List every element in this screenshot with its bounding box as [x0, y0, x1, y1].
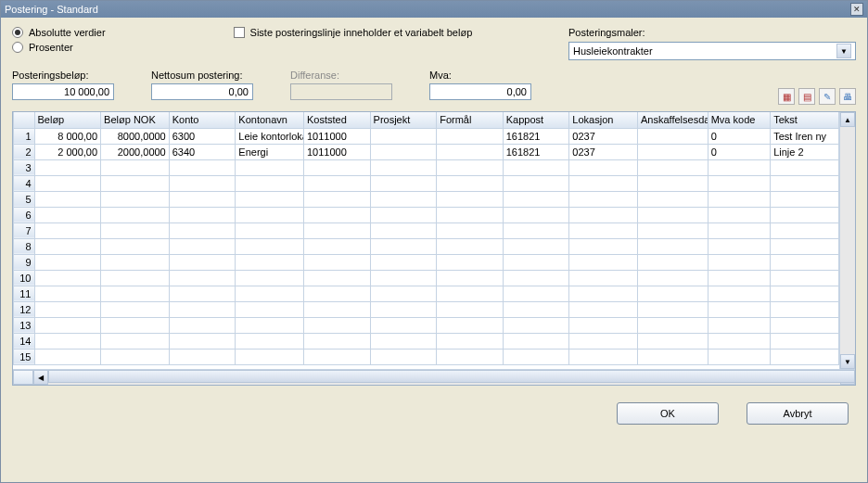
cell-lokasjon[interactable] — [569, 254, 638, 270]
cell-formal[interactable] — [437, 159, 504, 175]
cell-belop[interactable] — [34, 286, 101, 301]
cell-lokasjon[interactable] — [569, 317, 638, 333]
cell-konto[interactable] — [169, 301, 236, 317]
cell-tekst[interactable] — [771, 333, 839, 349]
cell-prosjekt[interactable] — [370, 191, 437, 207]
cell-mva[interactable] — [708, 207, 771, 222]
checkbox-variable-last-line[interactable]: Siste posteringslinje inneholder et vari… — [234, 27, 473, 38]
cell-beloknok[interactable] — [101, 270, 170, 286]
cell-belop[interactable] — [34, 301, 101, 317]
cell-koststed[interactable]: 1011000 — [303, 128, 370, 144]
cell-belop[interactable]: 8 000,00 — [34, 128, 101, 144]
table-row[interactable]: 13 — [14, 317, 839, 333]
cell-mva[interactable] — [708, 286, 771, 301]
cell-ansk[interactable] — [637, 333, 708, 349]
cell-konto[interactable] — [169, 159, 236, 175]
cell-kappost[interactable] — [503, 222, 569, 238]
posteringsbelop-input[interactable]: 10 000,00 — [12, 83, 114, 100]
cell-belop[interactable] — [34, 159, 101, 175]
cell-kontonavn[interactable] — [236, 238, 304, 254]
cell-prosjekt[interactable] — [370, 349, 437, 364]
cell-mva[interactable] — [708, 270, 771, 286]
cell-lokasjon[interactable] — [569, 286, 638, 301]
cell-belop[interactable] — [34, 254, 101, 270]
cell-belop[interactable] — [34, 191, 101, 207]
close-icon[interactable]: ✕ — [850, 3, 863, 16]
cell-mva[interactable] — [708, 159, 771, 175]
col-tekst[interactable]: Tekst — [771, 112, 839, 128]
col-kappost[interactable]: Kappost — [503, 112, 569, 128]
cell-mva[interactable] — [708, 333, 771, 349]
cell-kontonavn[interactable] — [236, 270, 304, 286]
cell-formal[interactable] — [437, 222, 504, 238]
cell-kappost[interactable] — [503, 333, 569, 349]
scroll-left-icon[interactable]: ◀ — [33, 370, 48, 385]
cell-ansk[interactable] — [637, 349, 708, 364]
cell-tekst[interactable]: Test Iren ny — [771, 128, 839, 144]
cell-belop[interactable] — [34, 222, 101, 238]
cell-beloknok[interactable]: 8000,0000 — [101, 128, 170, 144]
cell-formal[interactable] — [437, 191, 504, 207]
cell-tekst[interactable] — [771, 301, 839, 317]
cell-ansk[interactable] — [637, 222, 708, 238]
cell-formal[interactable] — [437, 207, 504, 222]
cell-konto[interactable] — [169, 270, 236, 286]
clear-icon[interactable]: ✎ — [819, 88, 836, 105]
cell-tekst[interactable] — [771, 222, 839, 238]
print-icon[interactable]: 🖶 — [839, 88, 856, 105]
table-row[interactable]: 3 — [14, 159, 839, 175]
cell-formal[interactable] — [437, 270, 504, 286]
cell-formal[interactable] — [437, 286, 504, 301]
radio-percent[interactable]: Prosenter — [12, 42, 73, 53]
cell-ansk[interactable] — [637, 175, 708, 191]
cell-mva[interactable]: 0 — [708, 128, 771, 144]
cell-formal[interactable] — [437, 349, 504, 364]
scroll-thumb[interactable] — [48, 370, 855, 383]
cell-ansk[interactable] — [637, 159, 708, 175]
cell-tekst[interactable] — [771, 207, 839, 222]
cell-ansk[interactable] — [637, 270, 708, 286]
cell-kontonavn[interactable] — [236, 301, 304, 317]
cell-prosjekt[interactable] — [370, 144, 437, 159]
cell-mva[interactable]: 0 — [708, 144, 771, 159]
cell-konto[interactable]: 6300 — [169, 128, 236, 144]
cell-koststed[interactable] — [303, 222, 370, 238]
scroll-down-icon[interactable]: ▼ — [840, 354, 855, 369]
cell-lokasjon[interactable]: 0237 — [569, 128, 638, 144]
cell-belop[interactable]: 2 000,00 — [34, 144, 101, 159]
cell-koststed[interactable] — [303, 175, 370, 191]
cell-ansk[interactable] — [637, 191, 708, 207]
cell-prosjekt[interactable] — [370, 222, 437, 238]
cell-prosjekt[interactable] — [370, 333, 437, 349]
templates-select[interactable]: Husleiekontrakter ▼ — [568, 42, 856, 60]
cell-beloknok[interactable] — [101, 175, 170, 191]
cell-kappost[interactable] — [503, 270, 569, 286]
cell-kappost[interactable] — [503, 317, 569, 333]
cell-koststed[interactable] — [303, 238, 370, 254]
cell-beloknok[interactable] — [101, 349, 170, 364]
cell-kontonavn[interactable] — [236, 222, 304, 238]
cell-belop[interactable] — [34, 238, 101, 254]
cell-ansk[interactable] — [637, 238, 708, 254]
cell-beloknok[interactable] — [101, 207, 170, 222]
cell-mva[interactable] — [708, 317, 771, 333]
cell-koststed[interactable] — [303, 349, 370, 364]
cell-tekst[interactable] — [771, 254, 839, 270]
cell-konto[interactable] — [169, 286, 236, 301]
table-row[interactable]: 12 — [14, 301, 839, 317]
cell-kappost[interactable] — [503, 254, 569, 270]
cell-koststed[interactable] — [303, 301, 370, 317]
cell-formal[interactable] — [437, 254, 504, 270]
cell-tekst[interactable]: Linje 2 — [771, 144, 839, 159]
cell-tekst[interactable] — [771, 286, 839, 301]
cell-kappost[interactable]: 161821 — [503, 144, 569, 159]
col-koststed[interactable]: Koststed — [303, 112, 370, 128]
cell-lokasjon[interactable] — [569, 191, 638, 207]
scroll-up-icon[interactable]: ▲ — [840, 112, 855, 127]
cell-lokasjon[interactable] — [569, 175, 638, 191]
cell-kappost[interactable]: 161821 — [503, 128, 569, 144]
table-row[interactable]: 22 000,002000,00006340Energi101100016182… — [14, 144, 839, 159]
cell-lokasjon[interactable] — [569, 333, 638, 349]
cell-kontonavn[interactable]: Leie kontorlokale — [236, 128, 304, 144]
cell-prosjekt[interactable] — [370, 270, 437, 286]
